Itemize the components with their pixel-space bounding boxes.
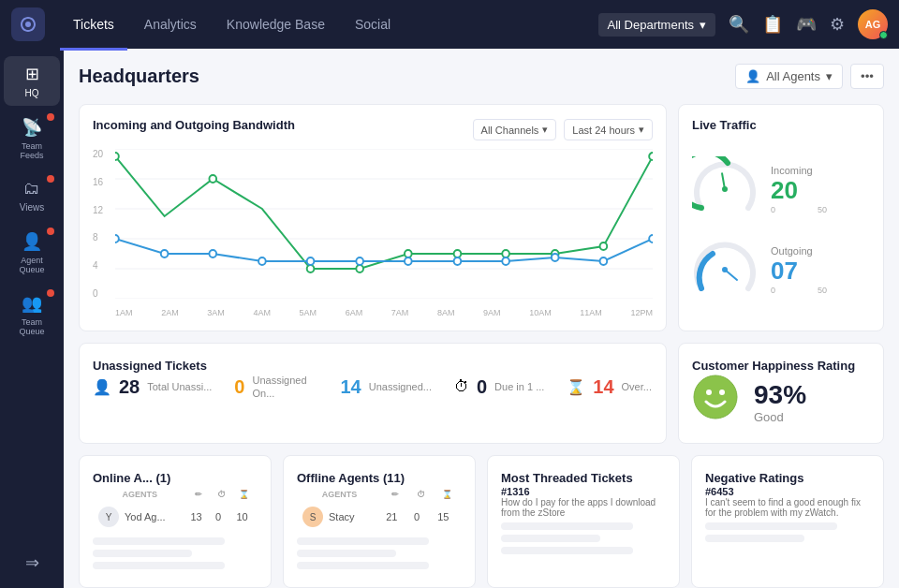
svg-point-18 <box>161 250 169 257</box>
y-axis-labels: 20 16 12 8 4 0 <box>93 149 111 299</box>
happiness-label: Good <box>754 410 806 424</box>
sidebar-item-hq[interactable]: ⊞ HQ <box>4 56 60 106</box>
sidebar-item-team-feeds[interactable]: 📡 TeamFeeds <box>4 110 60 168</box>
most-threaded-card: Most Threaded Tickets #1316 How do I pay… <box>487 455 680 588</box>
blue-label: Unassigned... <box>369 380 432 393</box>
due-label: Due in 1 ... <box>494 380 544 393</box>
team-feeds-badge <box>47 113 54 121</box>
orange-count: 0 <box>234 376 244 398</box>
svg-point-16 <box>649 153 653 160</box>
sidebar-item-agent-queue[interactable]: 👤 AgentQueue <box>4 224 60 282</box>
channel-chevron-icon: ▾ <box>542 124 548 136</box>
placeholder <box>297 537 429 545</box>
nav-tabs: Tickets Analytics Knowledge Base Social <box>60 11 598 37</box>
unassigned-card: Unassigned Tickets 👤 28 Total Unassi... … <box>79 343 667 444</box>
row-3: Online A... (1) AGENTS ✏ ⏱ ⌛ <box>79 455 884 588</box>
bandwidth-title: Incoming and Outgoing Bandwidth <box>93 118 295 132</box>
sidebar-item-team-queue[interactable]: 👥 TeamQueue <box>4 286 60 344</box>
channel-filter-button[interactable]: All Channels ▾ <box>473 119 557 140</box>
top-nav: Tickets Analytics Knowledge Base Social … <box>0 0 899 49</box>
happiness-title: Customer Happiness Rating <box>692 359 855 373</box>
agent-name: Y Yod Ag... <box>98 507 181 527</box>
incoming-info: Incoming 20 0 50 <box>771 165 827 214</box>
nav-tab-tickets[interactable]: Tickets <box>60 11 127 37</box>
svg-point-24 <box>454 257 462 265</box>
sidebar-label-team-feeds: TeamFeeds <box>20 141 43 160</box>
outgoing-value: 07 <box>771 257 827 286</box>
sidebar-label-views: Views <box>20 202 45 213</box>
nav-tab-social[interactable]: Social <box>342 11 404 37</box>
metric-over: ⌛ 14 Over... <box>567 376 652 398</box>
online-indicator <box>879 31 888 39</box>
orange-label: Unassigned On... <box>252 374 317 401</box>
game-icon[interactable]: 🎮 <box>796 14 817 35</box>
all-agents-button[interactable]: 👤 All Agents ▾ <box>735 64 843 89</box>
incoming-value: 20 <box>771 176 827 205</box>
nav-tab-analytics[interactable]: Analytics <box>131 11 210 37</box>
total-count: 28 <box>119 376 140 398</box>
row-1: Incoming and Outgoing Bandwidth All Chan… <box>79 104 884 331</box>
placeholder <box>93 550 192 557</box>
svg-point-10 <box>356 265 363 272</box>
outgoing-gauge-row: Outgoing 07 0 50 <box>692 237 870 302</box>
page-title: Headquarters <box>79 66 199 87</box>
svg-point-33 <box>694 375 737 419</box>
more-options-button[interactable]: ••• <box>850 64 884 89</box>
svg-point-23 <box>405 257 412 265</box>
main-content: Headquarters 👤 All Agents ▾ ••• Incoming… <box>64 49 899 588</box>
inbox-icon[interactable]: 📋 <box>762 14 783 35</box>
team-feeds-icon: 📡 <box>22 117 42 138</box>
nav-right: All Departments ▾ 🔍 📋 🎮 ⚙ AG <box>598 9 888 39</box>
happiness-percentage: 93% <box>754 380 806 410</box>
svg-point-19 <box>209 250 216 257</box>
col-over-icon: ⌛ <box>232 488 256 501</box>
col-over-icon: ⌛ <box>434 488 460 501</box>
unassigned-metrics: 👤 28 Total Unassi... 0 Unassigned On... … <box>93 374 653 401</box>
avatar[interactable]: AG <box>858 9 888 39</box>
outgoing-gauge <box>692 237 758 302</box>
sidebar-bottom: ⇒ <box>18 545 47 581</box>
views-badge <box>47 175 54 183</box>
over-label: Over... <box>622 380 652 393</box>
col-time-icon: ⏱ <box>212 488 231 501</box>
placeholder <box>93 537 225 545</box>
col-agents: AGENTS <box>95 488 184 501</box>
incoming-label: Incoming <box>771 165 827 176</box>
svg-point-12 <box>454 250 462 257</box>
agent-avatar: Y <box>98 507 119 527</box>
placeholder <box>297 562 429 569</box>
ticket-desc: How do I pay for the apps I download fro… <box>501 497 666 518</box>
happiness-stats: 93% Good <box>754 380 806 424</box>
nav-logo[interactable] <box>11 7 45 41</box>
outgoing-label: Outgoing <box>771 245 827 257</box>
metric-orange: 0 Unassigned On... <box>234 374 317 401</box>
settings-icon[interactable]: ⚙ <box>830 14 845 35</box>
svg-point-20 <box>258 257 266 265</box>
col-agents: AGENTS <box>299 488 380 501</box>
expand-button[interactable]: ⇒ <box>18 545 47 581</box>
table-row: S Stacy 21 0 15 <box>299 503 460 531</box>
offline-agents-table: AGENTS ✏ ⏱ ⌛ S Stacy <box>297 486 462 533</box>
nav-tab-knowledge[interactable]: Knowledge Base <box>214 11 338 37</box>
department-selector[interactable]: All Departments ▾ <box>598 13 715 37</box>
main-layout: ⊞ HQ 📡 TeamFeeds 🗂 Views 👤 AgentQueue 👥 … <box>0 49 899 588</box>
sidebar: ⊞ HQ 📡 TeamFeeds 🗂 Views 👤 AgentQueue 👥 … <box>0 49 64 588</box>
negative-ticket-id: #6453 <box>705 486 870 497</box>
time-chevron-icon: ▾ <box>639 124 644 136</box>
table-row: Y Yod Ag... 13 0 10 <box>95 503 256 531</box>
svg-point-17 <box>115 235 119 243</box>
sidebar-label-team-queue: TeamQueue <box>19 317 44 336</box>
outgoing-info: Outgoing 07 0 50 <box>771 245 827 295</box>
most-threaded-title: Most Threaded Tickets <box>501 471 633 485</box>
bandwidth-chart-area: 20 16 12 8 4 0 <box>93 149 653 317</box>
chart-svg-wrapper <box>115 149 653 299</box>
svg-point-7 <box>115 153 119 160</box>
chart-header: Incoming and Outgoing Bandwidth All Chan… <box>93 118 653 141</box>
svg-point-26 <box>552 254 559 261</box>
over-count: 14 <box>593 376 613 398</box>
sidebar-item-views[interactable]: 🗂 Views <box>4 171 60 220</box>
ticket-id: #1316 <box>501 486 666 497</box>
search-icon[interactable]: 🔍 <box>729 14 749 35</box>
placeholder <box>501 522 633 530</box>
time-filter-button[interactable]: Last 24 hours ▾ <box>564 119 653 140</box>
